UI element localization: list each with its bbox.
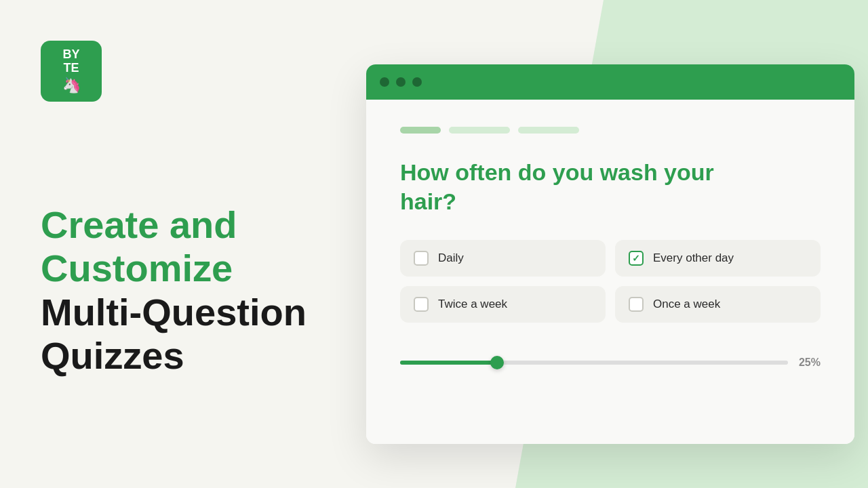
checkbox-daily[interactable] — [414, 251, 429, 266]
left-content: Create and Customize Multi-Question Quiz… — [41, 203, 307, 378]
option-twice-a-week[interactable]: Twice a week — [400, 286, 606, 323]
question-text: How often do you wash your hair? — [400, 158, 739, 216]
headline-line4: Quizzes — [41, 334, 184, 377]
option-twice-a-week-label: Twice a week — [438, 298, 507, 311]
progress-pill-2 — [449, 127, 510, 134]
browser-window: How often do you wash your hair? Daily E… — [366, 64, 854, 444]
logo-text: BY TE — [62, 48, 79, 75]
headline-line2: Customize — [41, 247, 233, 289]
logo-icon: 🦄 — [62, 77, 81, 94]
progress-pills — [400, 127, 821, 134]
headline-line3: Multi-Question — [41, 291, 307, 333]
browser-content: How often do you wash your hair? Daily E… — [366, 100, 854, 444]
progress-pill-1 — [400, 127, 441, 134]
browser-dot-green — [412, 77, 422, 87]
logo: BY TE 🦄 — [41, 41, 102, 102]
slider-fill — [400, 361, 497, 365]
headline-line1: Create and — [41, 203, 237, 246]
slider-percentage: 25% — [799, 357, 821, 369]
browser-dot-red — [380, 77, 389, 87]
options-grid: Daily Every other day Twice a week Once … — [400, 240, 821, 323]
option-every-other-day-label: Every other day — [653, 251, 734, 265]
checkbox-twice-a-week[interactable] — [414, 297, 429, 312]
option-once-a-week-label: Once a week — [653, 298, 720, 311]
option-once-a-week[interactable]: Once a week — [615, 286, 821, 323]
option-every-other-day[interactable]: Every other day — [615, 240, 821, 277]
option-daily[interactable]: Daily — [400, 240, 606, 277]
slider-track[interactable] — [400, 361, 788, 365]
checkbox-once-a-week[interactable] — [629, 297, 644, 312]
option-daily-label: Daily — [438, 251, 464, 265]
browser-dot-yellow — [396, 77, 406, 87]
browser-toolbar — [366, 64, 854, 100]
slider-section: 25% — [400, 357, 821, 369]
checkbox-every-other-day[interactable] — [629, 251, 644, 266]
progress-pill-3 — [518, 127, 579, 134]
slider-thumb[interactable] — [490, 356, 504, 369]
